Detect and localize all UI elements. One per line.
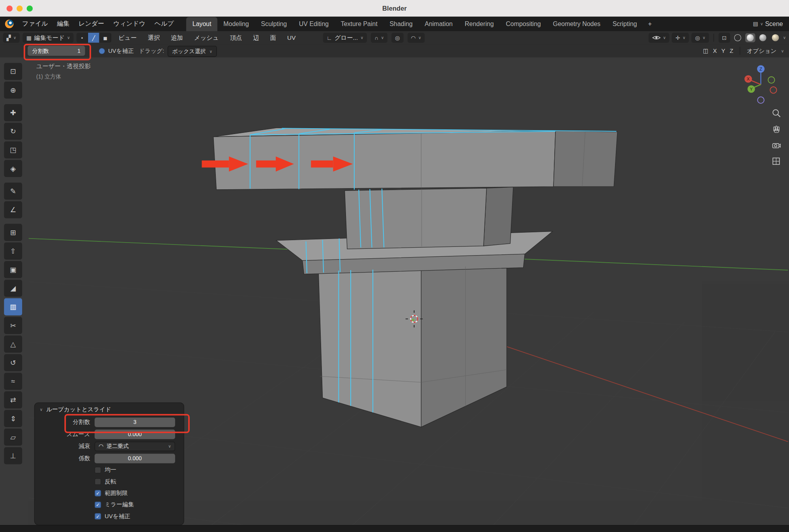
tool-inset-faces[interactable]: ▣ xyxy=(4,261,22,278)
tab-animation[interactable]: Animation xyxy=(419,17,459,31)
shading-solid-button[interactable] xyxy=(745,33,755,42)
tool-poly-build[interactable]: △ xyxy=(4,336,22,353)
magnet-icon: ∩ xyxy=(374,35,378,41)
correct-uv-toggle[interactable]: UVを補正 xyxy=(99,46,134,56)
tab-compositing[interactable]: Compositing xyxy=(500,17,547,31)
visibility-dropdown[interactable]: ∨ xyxy=(649,33,669,43)
tool-edge-slide[interactable]: ⇄ xyxy=(4,391,22,408)
rotate-icon: ↻ xyxy=(10,127,16,135)
tab-scripting[interactable]: Scripting xyxy=(606,17,643,31)
editor-type-button[interactable]: ▞ ∨ xyxy=(3,33,20,43)
tool-scale[interactable]: ◳ xyxy=(4,141,22,158)
falloff-label: 減衰 xyxy=(35,442,95,450)
mirror-x-toggle[interactable]: X xyxy=(713,48,717,54)
tool-shrink-fatten[interactable]: ⇕ xyxy=(4,410,22,427)
tool-select-box[interactable]: ⊡ xyxy=(4,63,22,80)
mode-dropdown[interactable]: ▦ 編集モード ∨ xyxy=(23,33,74,43)
proportional-editing-button[interactable]: ◎ xyxy=(391,33,403,43)
vertex-select-button[interactable]: • xyxy=(77,33,88,43)
tab-rendering[interactable]: Rendering xyxy=(459,17,500,31)
show-gizmo-button[interactable]: ✛ ∨ xyxy=(672,33,689,43)
navigation-gizmo[interactable]: Z X Y xyxy=(740,63,782,106)
toggle-xray-button[interactable]: ⊡ xyxy=(718,33,730,43)
slab-front-face xyxy=(213,131,555,190)
tool-transform[interactable]: ◈ xyxy=(4,160,22,177)
tool-shear[interactable]: ▱ xyxy=(4,429,22,446)
tool-extrude-region[interactable]: ⇧ xyxy=(4,243,22,259)
zoom-button[interactable] xyxy=(771,108,782,119)
orthographic-toggle-button[interactable] xyxy=(771,156,782,167)
tool-rotate[interactable]: ↻ xyxy=(4,123,22,140)
tool-cursor[interactable]: ⊕ xyxy=(4,82,22,99)
tool-bevel[interactable]: ◢ xyxy=(4,280,22,297)
tool-knife[interactable]: ✂ xyxy=(4,317,22,334)
gizmo-x-neg-axis[interactable] xyxy=(770,87,777,93)
menu-mesh[interactable]: メッシュ xyxy=(190,34,223,42)
loop-cut-icon: ▥ xyxy=(10,303,17,311)
workspace-tabs: Layout Modeling Sculpting UV Editing Tex… xyxy=(186,17,656,31)
menu-file[interactable]: ファイル xyxy=(18,20,52,28)
menu-add[interactable]: 追加 xyxy=(167,34,187,42)
chevron-down-icon: ∨ xyxy=(209,49,212,53)
menu-select[interactable]: 選択 xyxy=(144,34,164,42)
tab-texture-paint[interactable]: Texture Paint xyxy=(335,17,383,31)
mirror-z-toggle[interactable]: Z xyxy=(730,48,733,54)
tab-layout[interactable]: Layout xyxy=(186,17,217,31)
show-overlays-button[interactable]: ◎ ∨ xyxy=(692,33,709,43)
tool-rip-region[interactable]: ⊥ xyxy=(4,447,22,464)
face-select-button[interactable]: ◼ xyxy=(100,33,111,43)
menu-edge[interactable]: 辺 xyxy=(249,34,263,42)
menu-edit[interactable]: 編集 xyxy=(52,20,74,28)
tool-measure[interactable]: ∠ xyxy=(4,201,22,218)
tab-geometry-nodes[interactable]: Geometry Nodes xyxy=(547,17,606,31)
clamp-row: ✓ 範囲制限 xyxy=(95,487,184,499)
transform-orientation-dropdown[interactable]: ∟ グロー... ∨ xyxy=(323,33,367,43)
tab-modeling[interactable]: Modeling xyxy=(217,17,255,31)
shading-rendered-button[interactable] xyxy=(770,33,781,42)
even-checkbox[interactable]: ✓ xyxy=(95,467,101,474)
camera-view-button[interactable] xyxy=(771,140,782,151)
options-dropdown[interactable]: オプション xyxy=(747,47,776,54)
menu-uv[interactable]: UV xyxy=(283,34,300,41)
edge-select-button[interactable]: ╱ xyxy=(88,33,99,43)
gizmo-z-neg-axis[interactable] xyxy=(757,97,764,104)
viewport-3d[interactable]: ユーザー・透視投影 (1) 立方体 ⊡ ⊕ ✚ ↻ ◳ ◈ ✎ ∠ ⊞ ⇧ ▣ … xyxy=(0,57,789,525)
snap-dropdown[interactable]: ∩ ∨ xyxy=(371,33,387,43)
factor-slider[interactable]: 0.000 xyxy=(95,454,175,463)
mirror-editing-checkbox[interactable]: ✓ xyxy=(95,502,101,508)
add-workspace-button[interactable]: + xyxy=(643,17,657,31)
menu-face[interactable]: 面 xyxy=(266,34,280,42)
tab-uv-editing[interactable]: UV Editing xyxy=(293,17,335,31)
add-cube-icon: ⊞ xyxy=(10,228,16,236)
correct-uv-checkbox[interactable]: ✓ xyxy=(95,513,101,520)
gizmo-y-neg-axis[interactable] xyxy=(768,77,775,84)
menu-window[interactable]: ウィンドウ xyxy=(109,20,150,28)
pan-button[interactable] xyxy=(771,124,782,135)
blender-logo-icon[interactable] xyxy=(5,20,14,28)
tab-sculpting[interactable]: Sculpting xyxy=(255,17,293,31)
drag-mode-dropdown[interactable]: ボックス選択 ∨ xyxy=(168,46,217,57)
tool-spin[interactable]: ↺ xyxy=(4,354,22,371)
overlays-icon: ◎ xyxy=(695,34,700,41)
shading-material-button[interactable] xyxy=(758,33,768,42)
tool-loop-cut[interactable]: ▥ xyxy=(4,298,22,315)
falloff-dropdown[interactable]: ◠ 逆二乗式 ∨ xyxy=(95,441,175,451)
scene-selector[interactable]: ▤ ∨ Scene xyxy=(753,21,783,28)
menu-vertex[interactable]: 頂点 xyxy=(226,34,246,42)
menu-view[interactable]: ビュー xyxy=(114,34,141,42)
tool-annotate[interactable]: ✎ xyxy=(4,183,22,200)
tool-smooth[interactable]: ≈ xyxy=(4,373,22,390)
transform-icon: ◈ xyxy=(10,164,16,172)
mirror-y-toggle[interactable]: Y xyxy=(722,48,725,54)
clamp-checkbox[interactable]: ✓ xyxy=(95,490,101,497)
menu-render[interactable]: レンダー xyxy=(74,20,109,28)
flipped-checkbox[interactable]: ✓ xyxy=(95,478,101,485)
menu-help[interactable]: ヘルプ xyxy=(150,20,178,28)
tool-move[interactable]: ✚ xyxy=(4,104,22,121)
mirror-editing-label: ミラー編集 xyxy=(105,501,134,508)
proportional-falloff-dropdown[interactable]: ◠ ∨ xyxy=(408,33,425,43)
tool-add-cube[interactable]: ⊞ xyxy=(4,224,22,241)
factor-row: 係数 0.000 xyxy=(35,452,184,465)
shading-wireframe-button[interactable] xyxy=(733,33,743,42)
tab-shading[interactable]: Shading xyxy=(383,17,419,31)
